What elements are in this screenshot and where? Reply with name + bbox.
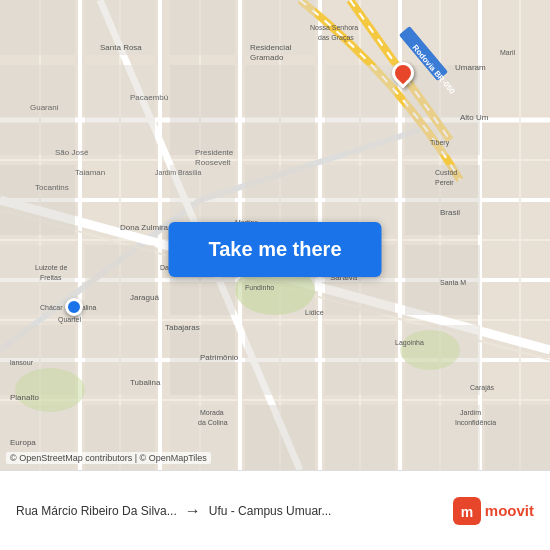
svg-rect-59 xyxy=(245,405,315,470)
svg-text:Patrimônio: Patrimônio xyxy=(200,353,239,362)
svg-text:Nossa Senhora: Nossa Senhora xyxy=(310,24,358,31)
svg-text:Lagoinha: Lagoinha xyxy=(395,339,424,347)
svg-text:Tabajaras: Tabajaras xyxy=(165,323,200,332)
svg-text:São José: São José xyxy=(55,148,89,157)
svg-text:Pereir: Pereir xyxy=(435,179,454,186)
svg-text:Luizote de: Luizote de xyxy=(35,264,67,271)
moovit-logo: m moovit xyxy=(453,497,534,525)
origin-pin xyxy=(65,298,83,316)
svg-text:Morada: Morada xyxy=(200,409,224,416)
svg-rect-38 xyxy=(325,65,395,155)
svg-text:Tibery: Tibery xyxy=(430,139,450,147)
svg-text:Tocantins: Tocantins xyxy=(35,183,69,192)
svg-text:Brasil: Brasil xyxy=(440,208,460,217)
svg-text:Planalto: Planalto xyxy=(10,393,39,402)
svg-text:Freitas: Freitas xyxy=(40,274,62,281)
svg-text:Presidente: Presidente xyxy=(195,148,234,157)
svg-rect-33 xyxy=(85,65,155,155)
svg-point-64 xyxy=(400,330,460,370)
svg-text:Umaram: Umaram xyxy=(455,63,486,72)
svg-text:Gramado: Gramado xyxy=(250,53,284,62)
svg-rect-36 xyxy=(170,65,235,155)
origin-label: Rua Márcio Ribeiro Da Silva... xyxy=(16,504,177,518)
svg-text:Taiaman: Taiaman xyxy=(75,168,105,177)
svg-rect-62 xyxy=(485,405,550,470)
svg-text:Fundinho: Fundinho xyxy=(245,284,274,291)
svg-text:Maril: Maril xyxy=(500,49,516,56)
map-container: Guarani Tocantins Taiaman São José Jardi… xyxy=(0,0,550,470)
location-info: Rua Márcio Ribeiro Da Silva... → Ufu - C… xyxy=(16,502,441,520)
svg-text:Quartel: Quartel xyxy=(58,316,81,324)
destination-label: Ufu - Campus Umuar... xyxy=(209,504,332,518)
svg-text:Roosevelt: Roosevelt xyxy=(195,158,231,167)
bottom-bar: Rua Márcio Ribeiro Da Silva... → Ufu - C… xyxy=(0,470,550,550)
svg-text:Guarani: Guarani xyxy=(30,103,59,112)
svg-rect-29 xyxy=(0,0,75,55)
svg-text:Santa M: Santa M xyxy=(440,279,466,286)
svg-text:Santa Rosa: Santa Rosa xyxy=(100,43,142,52)
moovit-text: moovit xyxy=(485,502,534,519)
take-me-there-button[interactable]: Take me there xyxy=(168,222,381,277)
map-attribution: © OpenStreetMap contributors | © OpenMap… xyxy=(6,452,211,464)
svg-rect-34 xyxy=(170,0,235,55)
svg-text:Alto Um: Alto Um xyxy=(460,113,489,122)
svg-text:da Colina: da Colina xyxy=(198,419,228,426)
svg-text:m: m xyxy=(461,504,473,520)
moovit-icon: m xyxy=(453,497,481,525)
svg-point-65 xyxy=(15,368,85,412)
svg-rect-53 xyxy=(245,325,315,395)
arrow-icon: → xyxy=(185,502,201,520)
svg-text:Pacaembú: Pacaembú xyxy=(130,93,168,102)
svg-text:Lídice: Lídice xyxy=(305,309,324,316)
svg-text:Jardim: Jardim xyxy=(460,409,481,416)
svg-rect-37 xyxy=(245,65,315,155)
svg-text:Europa: Europa xyxy=(10,438,36,447)
svg-text:lansour: lansour xyxy=(10,359,34,366)
svg-text:Residencial: Residencial xyxy=(250,43,292,52)
svg-text:das Graças: das Graças xyxy=(318,34,354,42)
svg-text:Inconfidência: Inconfidência xyxy=(455,419,496,426)
svg-text:Dona Zulmira: Dona Zulmira xyxy=(120,223,169,232)
destination-pin xyxy=(392,62,414,84)
svg-text:Custód: Custód xyxy=(435,169,457,176)
svg-text:Tubalina: Tubalina xyxy=(130,378,161,387)
svg-text:Jardim Brasília: Jardim Brasília xyxy=(155,169,201,176)
svg-text:Jaraguá: Jaraguá xyxy=(130,293,159,302)
svg-rect-32 xyxy=(0,165,75,235)
svg-rect-54 xyxy=(325,325,395,395)
svg-text:Carajás: Carajás xyxy=(470,384,495,392)
svg-rect-60 xyxy=(325,405,395,470)
